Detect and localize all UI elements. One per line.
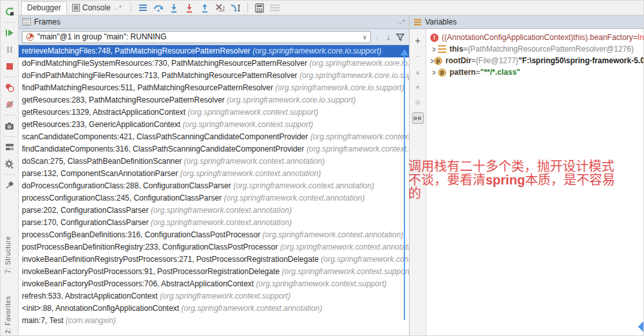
frame-package: (org.springframework.context.support) (282, 267, 409, 276)
show-execution-point-button[interactable] (137, 1, 149, 14)
frame-package: (org.springframework.context.annotation) (151, 206, 292, 215)
toolwindow-stripe-structure[interactable]: 7: Structure (5, 236, 12, 273)
stop-button[interactable] (3, 59, 17, 74)
frame-location: invokeBeanFactoryPostProcessors:91, Post… (22, 267, 282, 276)
restore-layout-button[interactable] (3, 140, 17, 154)
calculator-icon (255, 3, 264, 13)
remove-watch-button[interactable]: − (412, 50, 424, 62)
frames-float-hint[interactable]: →* (396, 19, 405, 26)
thread-dump-button[interactable] (3, 119, 17, 133)
frame-row[interactable]: processConfigBeanDefinitions:316, Config… (19, 229, 409, 241)
frames-list: retrieveMatchingFiles:748, PathMatchingR… (19, 45, 409, 336)
frame-package: (org.springframework.context.support) (321, 255, 409, 264)
variable-text-segment: rootDir (446, 56, 471, 65)
debugger-settings-button[interactable] (3, 157, 17, 171)
step-over-icon (153, 3, 164, 12)
variable-text-segment: Inco (638, 33, 644, 42)
move-watch-up-button[interactable]: ▲ (412, 66, 424, 77)
frame-row[interactable]: parse:132, ComponentScanAnnotationParser… (19, 168, 409, 180)
frame-location: doProcessConfigurationClass:288, Configu… (22, 181, 233, 190)
resume-icon (5, 28, 14, 37)
frame-row[interactable]: doProcessConfigurationClass:288, Configu… (19, 180, 409, 192)
frame-row[interactable]: postProcessBeanDefinitionRegistry:233, C… (19, 241, 409, 253)
filter-frames-button[interactable] (394, 32, 406, 42)
variable-row[interactable]: >ppattern = "**/*.class" (426, 66, 644, 78)
frame-package: (org.springframework.core.io.support) (252, 46, 381, 55)
chevron-right-icon[interactable]: > (431, 68, 438, 77)
frame-location: refresh:533, AbstractApplicationContext (22, 292, 160, 301)
variable-row[interactable]: !((AnnotationConfigApplicationContext)th… (426, 32, 644, 43)
trace-settings-button[interactable] (269, 1, 281, 14)
variable-row[interactable]: >prootDir = {File@1277} "F:\spring50\spr… (426, 55, 644, 66)
next-frame-button[interactable]: ↓ (383, 32, 394, 42)
add-watch-button[interactable]: + (412, 35, 424, 46)
step-out-button[interactable] (198, 1, 211, 14)
annotation-note: 调用栈有二十多个类，抛开设计模式不谈，要看清spring本质，是不容易的 (408, 160, 635, 201)
chevron-right-icon[interactable]: > (430, 56, 433, 65)
frame-row[interactable]: parse:202, ConfigurationClassParser (org… (19, 204, 409, 217)
force-step-into-icon (185, 3, 193, 13)
frame-row[interactable]: <init>:88, AnnotationConfigApplicationCo… (19, 302, 409, 315)
frame-location: retrieveMatchingFiles:748, PathMatchingR… (22, 46, 252, 55)
variable-text-segment: ((AnnotationConfigApplicationContext)thi… (442, 33, 633, 42)
frame-location: parse:202, ConfigurationClassParser (22, 206, 151, 215)
debug-toolbar: Debugger Console →* (19, 1, 644, 15)
frames-panel-icon (23, 18, 31, 26)
frame-row[interactable]: invokeBeanDefinitionRegistryPostProcesso… (19, 253, 409, 266)
frame-row[interactable]: findPathMatchingResources:511, PathMatch… (19, 82, 409, 94)
pause-button[interactable] (3, 43, 17, 57)
step-over-button[interactable] (152, 1, 165, 14)
frame-package: (org.springframework.context.annotation) (180, 169, 321, 178)
chevron-right-icon[interactable]: > (431, 44, 438, 54)
frame-row[interactable]: doScan:275, ClassPathBeanDefinitionScann… (19, 155, 409, 168)
variable-text-segment: "F:\spring50\spring-framework-5.0.x\spri… (518, 56, 644, 65)
frame-package: (org.springframework.core.io.support) (275, 83, 404, 92)
watch-icon (438, 45, 446, 54)
frame-package: (org.springframework.context.annotation) (151, 218, 292, 227)
rerun-button[interactable] (3, 5, 17, 19)
thread-selector-value: "main"@1 in group "main": RUNNING (37, 32, 167, 41)
step-into-button[interactable] (167, 1, 180, 14)
frame-row[interactable]: refresh:533, AbstractApplicationContext … (19, 290, 409, 302)
frame-row[interactable]: retrieveMatchingFiles:748, PathMatchingR… (19, 45, 409, 57)
frame-row[interactable]: invokeBeanFactoryPostProcessors:91, Post… (19, 266, 409, 278)
frame-row[interactable]: main:7, Test (com.wangxin) (19, 315, 409, 327)
drop-frame-button[interactable] (214, 1, 227, 14)
frame-row[interactable]: doFindMatchingFileSystemResources:730, P… (19, 57, 409, 70)
camera-icon (5, 122, 14, 130)
param-icon: p (434, 57, 442, 65)
force-step-into-button[interactable] (183, 1, 196, 14)
duplicate-watch-button[interactable]: ⧉ (412, 97, 424, 108)
frame-package: (org.springframework.context.annotation) (307, 144, 409, 153)
variables-header: Variables (410, 15, 644, 29)
thread-combobox[interactable]: "main"@1 in group "main": RUNNING ∨ (22, 31, 371, 43)
pin-tab-button[interactable] (3, 178, 17, 192)
frame-row[interactable]: findCandidateComponents:316, ClassPathSc… (19, 143, 409, 155)
console-float-hint: →* (113, 5, 122, 12)
divider (247, 3, 248, 13)
step-into-icon (170, 3, 178, 13)
evaluate-expression-button[interactable] (253, 1, 266, 14)
move-watch-down-button[interactable]: ▼ (412, 81, 424, 93)
frame-row[interactable]: scanCandidateComponents:421, ClassPathSc… (19, 131, 409, 143)
frame-row[interactable]: invokeBeanFactoryPostProcessors:706, Abs… (19, 278, 409, 290)
toolwindow-stripe-favorites[interactable]: 2: Favorites (5, 296, 12, 333)
trace-settings-icon (270, 4, 280, 12)
debugger-window: 7: Structure 2: Favorites Debugger Conso… (0, 0, 644, 336)
show-watches-toggle[interactable]: oo (412, 112, 424, 124)
frame-row[interactable]: getResources:1329, AbstractApplicationCo… (19, 106, 409, 119)
tab-console[interactable]: Console →* (67, 1, 127, 15)
frame-row[interactable]: processConfigurationClass:245, Configura… (19, 192, 409, 204)
resume-button[interactable] (3, 26, 17, 40)
frame-row[interactable]: doFindPathMatchingFileResources:713, Pat… (19, 70, 409, 82)
frame-row[interactable]: getResources:283, PathMatchingResourcePa… (19, 94, 409, 106)
view-breakpoints-button[interactable] (3, 81, 17, 95)
thread-selector-row: "main"@1 in group "main": RUNNING ∨ ↑ ↓ (19, 29, 409, 45)
frame-row[interactable]: parse:170, ConfigurationClassParser (org… (19, 217, 409, 229)
previous-frame-button[interactable]: ↑ (371, 32, 383, 42)
variable-row[interactable]: >this = {PathMatchingResourcePatternReso… (426, 43, 644, 55)
frame-row[interactable]: getResources:233, GenericApplicationCont… (19, 119, 409, 131)
run-to-cursor-button[interactable] (229, 1, 242, 14)
mute-breakpoints-button[interactable] (3, 97, 17, 112)
tab-debugger[interactable]: Debugger (21, 1, 67, 15)
